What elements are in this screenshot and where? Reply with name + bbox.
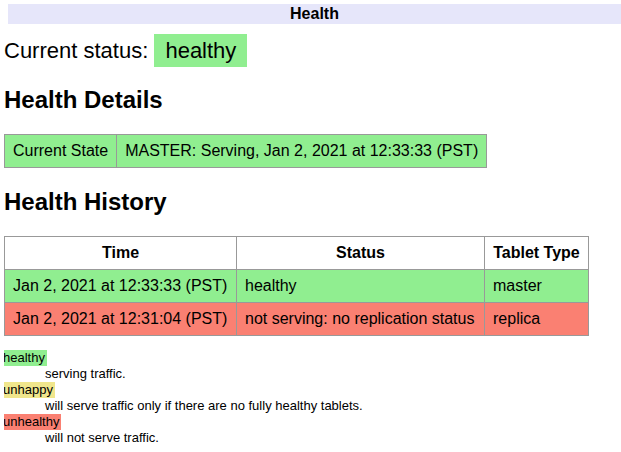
current-status-line: Current status: healthy bbox=[4, 36, 621, 66]
health-details-heading: Health Details bbox=[4, 86, 621, 114]
history-tablet-type-cell: replica bbox=[485, 303, 589, 336]
legend-description-healthy: serving traffic. bbox=[45, 366, 621, 382]
history-row-healthy: Jan 2, 2021 at 12:33:33 (PST) healthy ma… bbox=[5, 270, 589, 303]
history-row-unhealthy: Jan 2, 2021 at 12:31:04 (PST) not servin… bbox=[5, 303, 589, 336]
legend-term-healthy: healthy bbox=[4, 350, 47, 366]
current-status-label: Current status: bbox=[4, 38, 148, 63]
health-details-row: Current State MASTER: Serving, Jan 2, 20… bbox=[5, 135, 487, 168]
history-column-time: Time bbox=[5, 237, 237, 270]
history-status-cell: healthy bbox=[237, 270, 485, 303]
current-state-label-cell: Current State bbox=[5, 135, 117, 168]
current-status-badge: healthy bbox=[154, 34, 247, 67]
health-details-table: Current State MASTER: Serving, Jan 2, 20… bbox=[4, 134, 487, 168]
history-tablet-type-cell: master bbox=[485, 270, 589, 303]
history-time-cell: Jan 2, 2021 at 12:31:04 (PST) bbox=[5, 303, 237, 336]
health-history-table: Time Status Tablet Type Jan 2, 2021 at 1… bbox=[4, 236, 589, 336]
health-legend: healthy serving traffic. unhappy will se… bbox=[4, 350, 621, 446]
legend-description-unhealthy: will not serve traffic. bbox=[45, 430, 621, 446]
current-state-value-cell: MASTER: Serving, Jan 2, 2021 at 12:33:33… bbox=[117, 135, 487, 168]
history-status-cell: not serving: no replication status bbox=[237, 303, 485, 336]
history-column-tablet-type: Tablet Type bbox=[485, 237, 589, 270]
legend-term-unhappy: unhappy bbox=[4, 382, 55, 398]
legend-description-unhappy: will serve traffic only if there are no … bbox=[45, 398, 621, 414]
history-column-status: Status bbox=[237, 237, 485, 270]
health-history-heading: Health History bbox=[4, 188, 621, 216]
history-header-row: Time Status Tablet Type bbox=[5, 237, 589, 270]
page-header-bar: Health bbox=[8, 4, 621, 24]
history-time-cell: Jan 2, 2021 at 12:33:33 (PST) bbox=[5, 270, 237, 303]
page-title: Health bbox=[290, 5, 339, 22]
legend-term-unhealthy: unhealthy bbox=[4, 414, 61, 430]
